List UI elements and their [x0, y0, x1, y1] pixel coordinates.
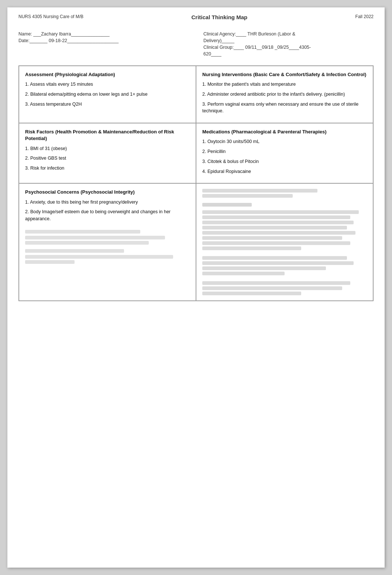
risk-factors-cell: Risk Factors (Health Promotion & Mainten…: [19, 123, 196, 183]
redacted-bottom-left: [25, 230, 190, 264]
risk-item-3: 3. Risk for infection: [25, 165, 190, 172]
clinical-agency-field: Clinical Agency:____ THR Burleson (Labor…: [203, 31, 374, 37]
assessment-item-1: 1. Assess vitals every 15 minutes: [25, 81, 190, 88]
delivery-field: Delivery)_____: [203, 38, 374, 43]
page-header: NURS 4305 Nursing Care of M/B Critical T…: [7, 7, 385, 24]
med-item-2: 2. Penicillin: [202, 148, 367, 155]
assessment-title: Assessment (Physiological Adaptation): [25, 71, 190, 78]
assessment-cell: Assessment (Physiological Adaptation) 1.…: [19, 66, 196, 123]
student-info-row: Name: ___Zachary Ibarra_______________ D…: [18, 28, 374, 62]
psychosocial-cell: Psychosocial Concerns (Psychosocial Inte…: [19, 183, 196, 301]
course-label: NURS 4305 Nursing Care of M/B: [18, 14, 83, 19]
assessment-item-2: 2. Bilateral edema/pitting edema on lowe…: [25, 91, 190, 98]
student-info-right: Clinical Agency:____ THR Burleson (Labor…: [203, 31, 374, 58]
main-grid: Assessment (Physiological Adaptation) 1.…: [18, 65, 374, 301]
date-field: Date:_______ 09-18-22___________________…: [18, 38, 189, 43]
risk-item-1: 1. BMI of 31 (obese): [25, 145, 190, 152]
redacted-right-cell: [196, 183, 373, 301]
risk-item-2: 2. Positive GBS test: [25, 155, 190, 162]
assessment-item-3: 3. Assess temperature Q2H: [25, 101, 190, 108]
nursing-item-2: 2. Administer ordered antibiotic prior t…: [202, 91, 367, 98]
med-item-3: 3. Citotek & bolus of Pitocin: [202, 158, 367, 165]
med-item-1: 1. Oxytocin 30 units/500 mL: [202, 138, 367, 145]
redacted-paragraph-3: [202, 281, 367, 295]
nursing-interventions-cell: Nursing Interventions (Basic Care & Comf…: [196, 66, 373, 123]
redacted-paragraph-1: [202, 210, 367, 250]
redacted-top-right: [202, 189, 367, 198]
redacted-group-1: [25, 236, 190, 245]
risk-factors-title: Risk Factors (Health Promotion & Mainten…: [25, 129, 190, 142]
nursing-item-1: 1. Monitor the patient's vitals and temp…: [202, 81, 367, 88]
redacted-line-1: [25, 230, 140, 234]
group-number-field: 620____: [203, 51, 374, 57]
medications-title: Medications (Pharmacological & Parentera…: [202, 129, 367, 135]
redacted-group-2: [25, 255, 190, 264]
nursing-item-3: 3. Perform vaginal exams only when neces…: [202, 101, 367, 115]
clinical-group-field: Clinical Group:____ 09/11__09/18 _09/25_…: [203, 45, 374, 50]
med-item-4: 4. Epidural Ropivacaine: [202, 168, 367, 175]
main-content: Name: ___Zachary Ibarra_______________ D…: [7, 24, 385, 312]
redacted-label: [202, 203, 367, 207]
name-field: Name: ___Zachary Ibarra_______________: [18, 31, 189, 37]
student-info-left: Name: ___Zachary Ibarra_______________ D…: [18, 31, 189, 58]
psychosocial-item-2: 2. Body Image/self esteem due to being o…: [25, 208, 190, 222]
medications-cell: Medications (Pharmacological & Parentera…: [196, 123, 373, 183]
psychosocial-title: Psychosocial Concerns (Psychosocial Inte…: [25, 189, 190, 195]
page-container: NURS 4305 Nursing Care of M/B Critical T…: [7, 7, 385, 568]
nursing-interventions-title: Nursing Interventions (Basic Care & Comf…: [202, 71, 367, 78]
redacted-paragraph-2: [202, 256, 367, 275]
semester-label: Fall 2022: [355, 14, 374, 19]
psychosocial-item-1: 1. Anxiety, due to this being her first …: [25, 199, 190, 206]
page-title: Critical Thinking Map: [192, 14, 248, 20]
